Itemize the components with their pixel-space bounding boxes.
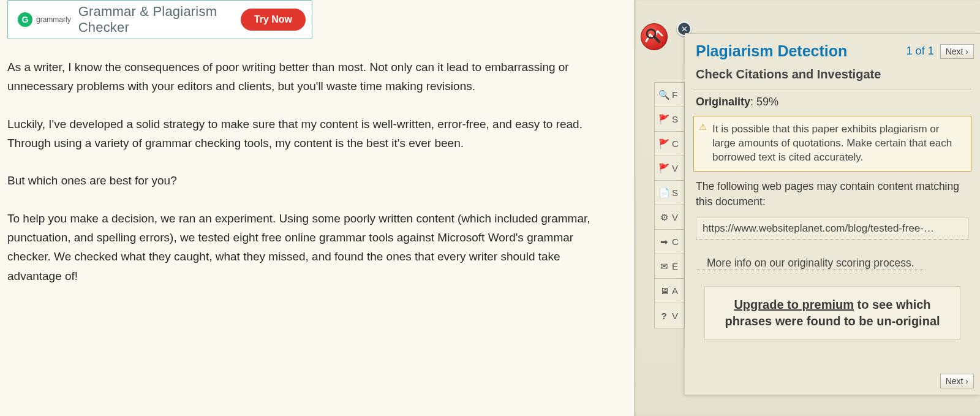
side-item[interactable]: 🖥A [655,279,684,303]
magnifier-icon [645,28,661,43]
side-item[interactable]: 🔍F [655,83,684,107]
originality-value: : 59% [750,96,778,108]
popup-title: Plagiarism Detection [696,42,847,60]
side-item[interactable]: ✉E [655,254,684,279]
side-item[interactable]: 🚩S [655,107,684,132]
side-icon-strip: 🔍F 🚩S 🚩C 🚩V 📄S ⚙V ➡C ✉E 🖥A ?V [654,82,685,328]
mail-icon: ✉ [658,261,669,272]
next-button[interactable]: Next › [940,44,974,59]
article-paragraph: But which ones are best for you? [7,171,608,190]
arrow-right-icon: ➡ [658,236,669,248]
panel-header: ✕ [641,23,668,50]
popup-subtitle: Check Citations and Investigate [685,64,980,89]
plagiarism-warning: It is possible that this paper exhibits … [693,116,971,172]
article-paragraph: To help you make a decision, we ran an e… [7,209,608,286]
analysis-panel: ✕ 🔍F 🚩S 🚩C 🚩V 📄S ⚙V ➡C ✉E 🖥A ?V Plagiari… [634,0,980,416]
grammarly-logo-text: grammarly [36,15,71,24]
result-count: 1 of 1 [907,45,934,58]
upgrade-callout[interactable]: Upgrade to premium to see which phrases … [704,286,960,340]
grammarly-logo-mark: G [18,12,32,27]
help-icon: ? [658,310,669,321]
matching-url[interactable]: https://www.websiteplanet.com/blog/teste… [696,217,969,240]
gear-icon: ⚙ [658,212,669,223]
matches-intro: The following web pages may contain cont… [685,179,980,210]
side-item[interactable]: ?V [655,303,684,328]
side-item[interactable]: 📄S [655,181,684,205]
side-item[interactable]: 🚩V [655,156,684,181]
article-paragraph: Luckily, I've developed a solid strategy… [7,115,608,153]
grammarly-logo: G grammarly [18,12,71,27]
article-body: G grammarly Grammar & Plagiarism Checker… [0,0,634,286]
side-item[interactable]: ➡C [655,230,684,254]
search-icon: 🔍 [658,89,669,100]
upgrade-link[interactable]: Upgrade to premium [734,298,854,311]
next-button-bottom[interactable]: Next › [940,374,974,388]
flag-icon: 🚩 [658,114,669,125]
divider [693,89,971,89]
article-paragraph: As a writer, I know the consequences of … [7,58,608,96]
plagiarism-popup: Plagiarism Detection 1 of 1 Next › Check… [685,33,980,395]
more-info-link[interactable]: More info on our originality scoring pro… [696,257,925,270]
flag-icon: 🚩 [658,163,669,174]
monitor-icon: 🖥 [658,286,669,297]
grammarly-ad-banner[interactable]: G grammarly Grammar & Plagiarism Checker… [7,0,312,39]
svg-line-1 [654,37,659,42]
analysis-badge-icon: ✕ [641,23,668,50]
page-icon: 📄 [658,187,669,199]
side-item[interactable]: 🚩C [655,132,684,156]
ad-title: Grammar & Plagiarism Checker [78,4,233,36]
originality-line: Originality: 59% [685,96,980,113]
originality-label: Originality [696,96,750,108]
side-item[interactable]: ⚙V [655,205,684,230]
try-now-button[interactable]: Try Now [241,9,306,31]
flag-icon: 🚩 [658,138,669,149]
